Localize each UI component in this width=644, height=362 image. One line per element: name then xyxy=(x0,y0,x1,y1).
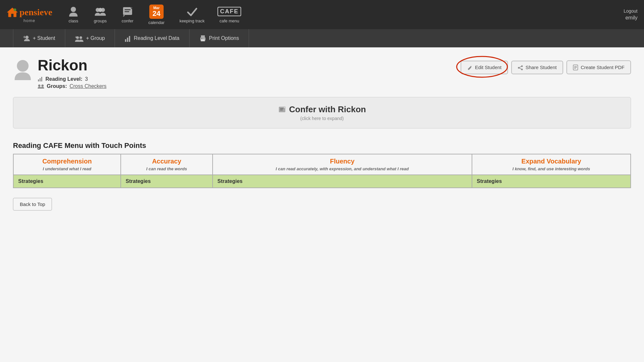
top-nav: pensieve home class xyxy=(0,0,644,29)
nav-keeping-track-label: keeping track xyxy=(180,18,204,23)
comprehension-header: Comprehension I understand what I read xyxy=(13,154,121,175)
print-options-label: Print Options xyxy=(209,35,239,41)
groups-icon xyxy=(95,6,106,17)
confer-pencil-icon xyxy=(278,104,286,115)
nav-item-calendar[interactable]: Mar 24 calendar xyxy=(142,2,170,28)
logo[interactable]: pensieve home xyxy=(6,6,52,23)
reading-level-label: Reading Level: xyxy=(45,76,82,82)
create-pdf-button[interactable]: Create Student PDF xyxy=(566,60,631,74)
confer-icon xyxy=(122,6,133,17)
fluency-label: Fluency xyxy=(217,158,467,165)
accuracy-subtitle: I can read the words xyxy=(126,166,208,171)
accuracy-header: Accuracy I can read the words xyxy=(121,154,213,175)
student-details: Reading Level: 3 Groups: Cross Chec xyxy=(38,76,106,89)
reading-level-value: 3 xyxy=(85,76,88,82)
vocab-header: Expand Vocabulary I know, find, and use … xyxy=(472,154,631,175)
fluency-header: Fluency I can read accurately, with expr… xyxy=(213,154,472,175)
groups-row: Groups: Cross Checkers xyxy=(38,83,106,89)
user-name: emily xyxy=(625,15,638,21)
add-person-icon: + xyxy=(23,35,30,42)
add-student-button[interactable]: + + Student xyxy=(13,29,65,47)
svg-line-32 xyxy=(519,68,522,69)
vocab-subtitle: I know, find, and use interesting words xyxy=(477,166,626,171)
person-icon xyxy=(68,6,79,17)
add-group-button[interactable]: + + Group xyxy=(65,29,115,47)
accuracy-label: Accuracy xyxy=(126,158,208,165)
nav-confer-label: confer xyxy=(122,18,133,23)
svg-rect-18 xyxy=(201,35,205,38)
check-icon xyxy=(187,6,198,17)
action-buttons: Edit Student Share Studen xyxy=(461,60,631,74)
confer-section[interactable]: Confer with Rickon (click here to expand… xyxy=(13,97,631,128)
print-icon xyxy=(199,35,206,42)
svg-point-21 xyxy=(17,60,29,72)
nav-item-class[interactable]: class xyxy=(62,4,85,26)
svg-point-2 xyxy=(71,7,76,12)
svg-point-12 xyxy=(80,36,82,39)
reading-level-button[interactable]: Reading Level Data xyxy=(115,29,190,47)
nav-item-cafe-menu[interactable]: CAFE cafe menu xyxy=(214,4,245,26)
logo-home-label: home xyxy=(23,18,35,23)
cafe-table: Comprehension I understand what I read A… xyxy=(13,154,631,188)
svg-point-26 xyxy=(42,85,44,87)
vocab-strategies: Strategies xyxy=(472,175,631,188)
share-student-label: Share Student xyxy=(526,65,557,70)
back-to-top-button[interactable]: Back to Top xyxy=(13,198,52,211)
accuracy-strategies: Strategies xyxy=(121,175,213,188)
vocab-label: Expand Vocabulary xyxy=(477,158,626,165)
svg-rect-20 xyxy=(201,38,202,39)
nav-item-groups[interactable]: groups xyxy=(88,4,113,26)
svg-text:+: + xyxy=(23,35,26,40)
student-name: Rickon xyxy=(38,57,106,74)
calendar-day: 24 xyxy=(153,10,160,17)
svg-rect-19 xyxy=(201,39,205,41)
groups-small-icon xyxy=(38,83,44,89)
nav-class-label: class xyxy=(68,18,78,23)
logo-text: pensieve xyxy=(19,8,52,17)
confer-title: Confer with Rickon xyxy=(20,104,624,115)
share-student-button[interactable]: Share Student xyxy=(511,61,563,74)
edit-student-wrapper: Edit Student xyxy=(461,61,508,74)
create-pdf-label: Create Student PDF xyxy=(581,65,625,70)
back-to-top-section: Back to Top xyxy=(13,198,631,211)
reading-level-label: Reading Level Data xyxy=(134,35,180,41)
comprehension-strategies: Strategies xyxy=(13,175,121,188)
nav-item-keeping-track[interactable]: keeping track xyxy=(174,4,210,26)
nav-items: class groups xyxy=(62,2,624,28)
comprehension-subtitle: I understand what I read xyxy=(18,166,116,171)
edit-student-label: Edit Student xyxy=(475,65,502,70)
main-content: Rickon Reading Level: 3 xyxy=(0,47,644,362)
home-icon xyxy=(6,6,18,18)
edit-student-button[interactable]: Edit Student xyxy=(461,61,508,74)
comprehension-label: Comprehension xyxy=(18,158,116,165)
nav-item-confer[interactable]: confer xyxy=(116,4,139,26)
student-info: Rickon Reading Level: 3 xyxy=(13,57,106,90)
share-icon xyxy=(518,65,523,70)
svg-point-5 xyxy=(98,8,103,12)
svg-rect-16 xyxy=(129,36,130,42)
edit-icon xyxy=(467,65,472,70)
svg-rect-22 xyxy=(38,79,39,81)
logout-button[interactable]: Logout xyxy=(624,8,638,14)
svg-rect-24 xyxy=(41,77,42,81)
add-student-label: + Student xyxy=(33,35,55,41)
nav-cafe-label: cafe menu xyxy=(219,18,239,23)
fluency-strategies: Strategies xyxy=(213,175,472,188)
print-options-button[interactable]: Print Options xyxy=(190,29,249,47)
svg-rect-6 xyxy=(123,7,132,15)
secondary-nav: + + Student + + Group Reading Level Data xyxy=(0,29,644,47)
calendar-icon: Mar 24 xyxy=(149,5,164,19)
svg-point-1 xyxy=(14,8,16,11)
reading-level-row: Reading Level: 3 xyxy=(38,76,106,82)
reading-level-icon xyxy=(38,76,43,82)
nav-right: Logout emily xyxy=(624,8,638,21)
student-avatar-icon xyxy=(13,58,32,81)
cafe-header-row: Comprehension I understand what I read A… xyxy=(13,154,631,175)
groups-link[interactable]: Cross Checkers xyxy=(69,83,106,89)
groups-label: Groups: xyxy=(47,83,67,89)
add-group-icon: + xyxy=(75,35,83,42)
svg-text:+: + xyxy=(75,35,77,40)
fluency-subtitle: I can read accurately, with expression, … xyxy=(217,166,467,171)
svg-point-9 xyxy=(25,36,29,39)
add-group-label: + Group xyxy=(86,35,105,41)
